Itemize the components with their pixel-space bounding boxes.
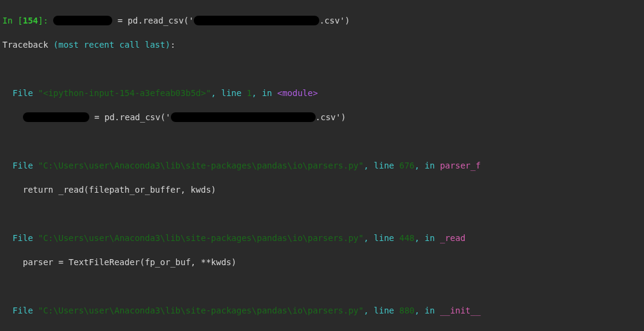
traceback-header: Traceback (most recent call last): [2, 39, 642, 51]
file-path: "C:\Users\user\Anaconda3\lib\site-packag… [38, 161, 363, 170]
line-label: , line [363, 233, 399, 243]
frame-3-code: parser = TextFileReader(fp_or_buf, **kwd… [2, 256, 642, 268]
func-name: parser_f [440, 161, 480, 170]
blank-line [2, 135, 642, 147]
redacted-filename [171, 112, 316, 122]
code-text: parser = TextFileReader(fp_or_buf, **kwd… [2, 257, 237, 267]
line-number: 880 [399, 306, 414, 315]
line-number: 448 [399, 233, 414, 243]
file-label: File [2, 306, 38, 315]
frame-4-header: File "C:\Users\user\Anaconda3\lib\site-p… [2, 304, 642, 317]
func-name: __init__ [440, 306, 480, 315]
line-label: , line [363, 161, 399, 170]
traceback-colon: : [170, 40, 175, 50]
file-label: File [2, 233, 38, 243]
frame-1-code: = pd.read_csv('.csv') [2, 111, 642, 123]
prompt-close: ]: [38, 16, 53, 25]
blank-line [2, 280, 642, 292]
frame-1-header: File "<ipython-input-154-a3efeab03b5d>",… [2, 87, 642, 99]
file-path: <ipython-input-154-a3efeab03b5d> [43, 88, 206, 98]
in-label: , in [252, 88, 277, 98]
redacted-variable [23, 112, 89, 122]
func-name: _read [440, 233, 465, 243]
file-label: File [2, 161, 38, 170]
frame-4-code: self._make_engine(self.engine) [2, 329, 642, 331]
code-assign: = pd.read_csv(' [112, 16, 194, 25]
line-number: 1 [247, 88, 252, 98]
terminal-output: In [154]: = pd.read_csv('.csv') Tracebac… [0, 0, 644, 331]
code-csv-tail: .csv') [319, 16, 350, 25]
prompt-in: In [ [2, 16, 23, 25]
prompt-number: 154 [23, 16, 38, 25]
frame-3-header: File "C:\Users\user\Anaconda3\lib\site-p… [2, 232, 642, 244]
func-name: <module> [277, 88, 317, 98]
redacted-filename [194, 16, 319, 25]
line-label: , line [363, 306, 399, 315]
traceback-recent: (most recent call last) [53, 40, 170, 50]
line-label: , line [211, 88, 247, 98]
traceback-word: Traceback [2, 40, 53, 50]
file-path: "C:\Users\user\Anaconda3\lib\site-packag… [38, 306, 363, 315]
code-text: return _read(filepath_or_buffer, kwds) [2, 185, 216, 194]
blank-line [2, 63, 642, 75]
blank-line [2, 208, 642, 220]
in-label: , in [415, 161, 440, 170]
in-label: , in [415, 306, 440, 315]
frame-2-header: File "C:\Users\user\Anaconda3\lib\site-p… [2, 159, 642, 172]
file-label: File [2, 88, 38, 98]
code-text: = pd.read_csv(' [89, 112, 171, 122]
input-line: In [154]: = pd.read_csv('.csv') [2, 14, 642, 27]
file-path: "C:\Users\user\Anaconda3\lib\site-packag… [38, 233, 363, 243]
line-number: 676 [399, 161, 414, 170]
in-label: , in [415, 233, 440, 243]
frame-2-code: return _read(filepath_or_buffer, kwds) [2, 184, 642, 196]
file-quote: " [206, 88, 211, 98]
code-text: .csv') [316, 112, 346, 122]
redacted-variable [53, 16, 112, 25]
